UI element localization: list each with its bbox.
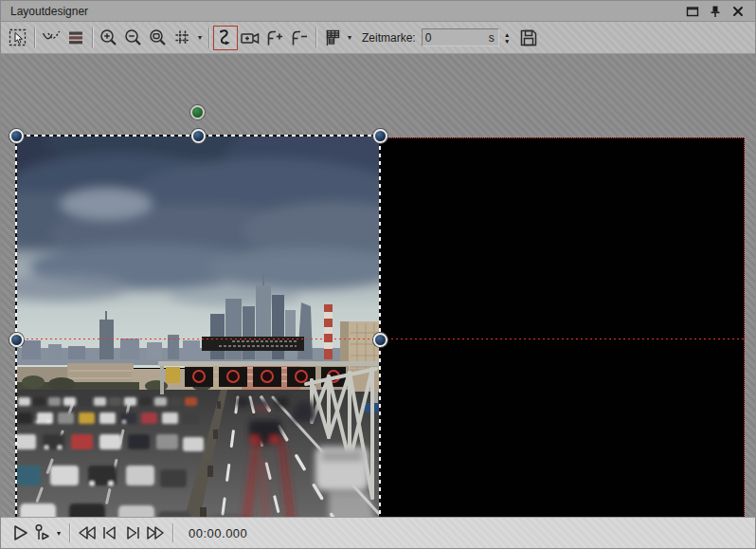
close-button[interactable] xyxy=(730,5,746,18)
transport-bar: ▾ 00:00.000 xyxy=(1,517,755,548)
spinner-up-button[interactable]: ▲ xyxy=(502,31,513,38)
play-from-timemark-button[interactable] xyxy=(31,522,54,544)
zeitmarke-label: Zeitmarke: xyxy=(362,31,416,45)
separator xyxy=(92,27,93,48)
selection-handle-top-center[interactable] xyxy=(191,129,206,143)
selection-handle-top-right[interactable] xyxy=(373,129,387,143)
skip-to-start-button[interactable] xyxy=(76,522,99,544)
next-frame-icon xyxy=(122,522,143,543)
layers-button[interactable] xyxy=(63,26,88,50)
separator xyxy=(172,523,173,542)
separator xyxy=(315,27,316,48)
select-tool-button[interactable] xyxy=(6,26,30,50)
zoom-out-icon xyxy=(122,27,145,49)
camera-pan-button[interactable] xyxy=(238,26,262,50)
save-icon xyxy=(517,27,540,49)
grid-button[interactable] xyxy=(171,26,195,50)
fast-forward-icon xyxy=(144,522,167,543)
curve-point-remove-icon xyxy=(288,27,311,49)
curve-point-add-icon xyxy=(263,27,286,49)
layers-icon xyxy=(64,27,87,49)
zoom-in-button[interactable] xyxy=(97,26,121,50)
camera-pan-icon xyxy=(239,27,261,49)
zoom-in-icon xyxy=(98,27,120,49)
skip-to-start-icon xyxy=(76,522,99,543)
next-frame-button[interactable] xyxy=(121,522,144,544)
curve-point-add-button[interactable] xyxy=(262,26,287,50)
zeitmarke-spinner: ▲ ▼ xyxy=(502,31,513,45)
motion-path-point-marker[interactable] xyxy=(190,105,205,119)
toolbar: ▾ ▾ Zeitmarke: s ▲ ▼ xyxy=(1,22,755,54)
play-from-timemark-icon xyxy=(32,522,53,543)
selection-handle-middle-left[interactable] xyxy=(9,333,24,347)
window-title: Layoutdesigner xyxy=(1,5,88,18)
marker-flag-icon xyxy=(321,27,344,49)
previous-frame-icon xyxy=(99,522,120,543)
traffic-photo-graphic xyxy=(16,136,380,519)
previous-frame-button[interactable] xyxy=(99,522,121,544)
zoom-out-button[interactable] xyxy=(121,26,146,50)
zeitmarke-input[interactable] xyxy=(423,31,475,45)
selection-handle-top-left[interactable] xyxy=(9,129,24,143)
marker-flag-dropdown-caret[interactable]: ▾ xyxy=(345,33,354,42)
fast-forward-button[interactable] xyxy=(144,522,167,544)
selection-border-right xyxy=(379,135,381,519)
separator xyxy=(208,27,209,48)
pin-button[interactable] xyxy=(708,5,723,18)
zeitmarke-unit: s xyxy=(489,31,498,45)
zeitmarke-field: s xyxy=(422,28,499,46)
titlebar: Layoutdesigner xyxy=(1,1,755,22)
curve-point-remove-button[interactable] xyxy=(287,26,312,50)
separator xyxy=(69,523,70,542)
edit-curve-icon xyxy=(40,27,63,49)
zoom-fit-icon xyxy=(147,27,170,49)
play-options-caret[interactable]: ▾ xyxy=(54,529,63,538)
grid-dropdown-caret[interactable]: ▾ xyxy=(195,33,205,42)
edit-curve-button[interactable] xyxy=(39,26,63,50)
layoutdesigner-window: Layoutdesigner xyxy=(0,0,756,549)
selection-border-left xyxy=(15,135,17,519)
time-display: 00:00.000 xyxy=(189,526,247,540)
window-controls xyxy=(685,5,755,18)
zoom-fit-button[interactable] xyxy=(146,26,171,50)
pin-icon xyxy=(709,5,722,18)
motion-path-button[interactable] xyxy=(213,26,238,50)
grid-icon xyxy=(171,27,194,49)
marker-flag-button[interactable] xyxy=(320,26,345,50)
selection-handle-middle-right[interactable] xyxy=(373,333,387,347)
separator xyxy=(34,27,35,48)
motion-path-icon xyxy=(214,27,237,49)
select-tool-icon xyxy=(7,27,29,49)
close-icon xyxy=(732,6,744,17)
spinner-down-button[interactable]: ▼ xyxy=(502,38,513,45)
maximize-icon xyxy=(686,6,699,17)
layout-canvas[interactable] xyxy=(1,54,755,519)
save-button[interactable] xyxy=(516,26,541,50)
play-button[interactable] xyxy=(9,522,31,544)
maximize-button[interactable] xyxy=(685,5,700,18)
image-object-traffic-photo[interactable] xyxy=(16,136,380,519)
play-icon xyxy=(9,522,30,543)
